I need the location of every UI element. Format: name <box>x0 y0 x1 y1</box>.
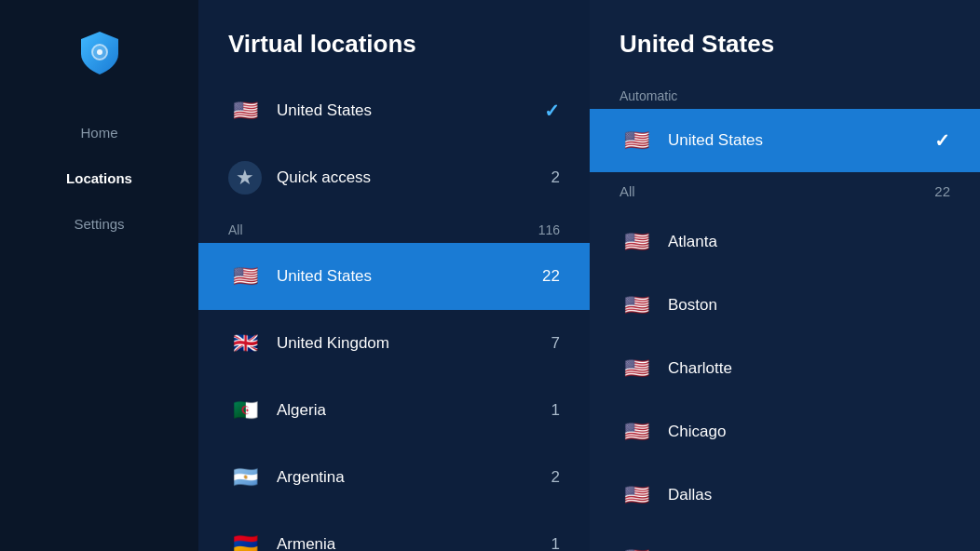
svg-point-1 <box>97 49 102 55</box>
locations-list: 🇺🇸 United States ✓ ★ Quick access 2 All … <box>198 77 590 551</box>
city-item-charlotte[interactable]: 🇺🇸 Charlotte <box>590 337 980 400</box>
locations-panel: Virtual locations 🇺🇸 United States ✓ ★ Q… <box>198 0 590 551</box>
sidebar-item-locations[interactable]: Locations <box>0 159 198 197</box>
detail-header: United States <box>590 0 980 77</box>
uk-flag: 🇬🇧 <box>228 327 262 360</box>
sidebar-nav: Home Locations Settings <box>0 114 198 243</box>
us-flag: 🇺🇸 <box>228 260 262 293</box>
star-flag-icon: ★ <box>228 161 262 195</box>
country-item-uk[interactable]: 🇬🇧 United Kingdom 7 <box>198 310 590 377</box>
country-item-us[interactable]: 🇺🇸 United States 22 <box>198 243 590 310</box>
automatic-check-icon: ✓ <box>934 129 950 152</box>
locations-title: Virtual locations <box>228 30 560 59</box>
am-flag: 🇦🇲 <box>228 528 262 551</box>
city-item-boston[interactable]: 🇺🇸 Boston <box>590 274 980 337</box>
all-section-label: All 116 <box>198 211 590 243</box>
city-item-dallas[interactable]: 🇺🇸 Dallas <box>590 464 980 527</box>
quick-access-item[interactable]: ★ Quick access 2 <box>198 144 590 211</box>
country-item-ar[interactable]: 🇦🇷 Argentina 2 <box>198 444 590 511</box>
detail-panel: United States Automatic 🇺🇸 United States… <box>590 0 980 551</box>
locations-header: Virtual locations <box>198 0 590 77</box>
all-row: All 22 <box>590 172 980 210</box>
detail-title: United States <box>619 30 950 59</box>
automatic-us-flag: 🇺🇸 <box>619 124 653 157</box>
sidebar-item-settings[interactable]: Settings <box>0 205 198 243</box>
detail-list: 🇺🇸 United States ✓ All 22 🇺🇸 Atlanta 🇺🇸 … <box>590 109 980 551</box>
us-check-icon: ✓ <box>544 100 560 122</box>
app-logo <box>75 28 124 76</box>
sidebar: Home Locations Settings <box>0 0 198 551</box>
pinned-us-item[interactable]: 🇺🇸 United States ✓ <box>198 77 590 144</box>
country-item-am[interactable]: 🇦🇲 Armenia 1 <box>198 511 590 551</box>
dz-flag: 🇩🇿 <box>228 394 262 427</box>
chicago-flag: 🇺🇸 <box>619 415 653 449</box>
us-flag-pinned: 🇺🇸 <box>228 94 262 128</box>
charlotte-flag: 🇺🇸 <box>619 352 653 385</box>
atlanta-flag: 🇺🇸 <box>619 225 653 259</box>
city-item-chicago[interactable]: 🇺🇸 Chicago <box>590 400 980 464</box>
automatic-label: Automatic <box>590 77 980 109</box>
ar-flag: 🇦🇷 <box>228 461 262 494</box>
denver-flag: 🇺🇸 <box>619 542 653 551</box>
detail-item-automatic-us[interactable]: 🇺🇸 United States ✓ <box>590 109 980 172</box>
boston-flag: 🇺🇸 <box>619 289 653 322</box>
city-item-atlanta[interactable]: 🇺🇸 Atlanta <box>590 210 980 274</box>
dallas-flag: 🇺🇸 <box>619 478 653 512</box>
country-item-dz[interactable]: 🇩🇿 Algeria 1 <box>198 377 590 444</box>
sidebar-item-home[interactable]: Home <box>0 114 198 152</box>
city-item-denver[interactable]: 🇺🇸 Denver <box>590 527 980 551</box>
